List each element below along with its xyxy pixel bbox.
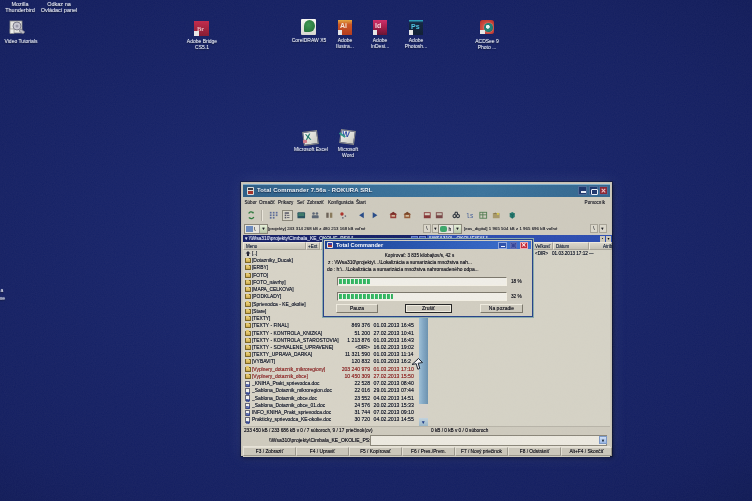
svg-text:ls: ls [466, 213, 474, 220]
